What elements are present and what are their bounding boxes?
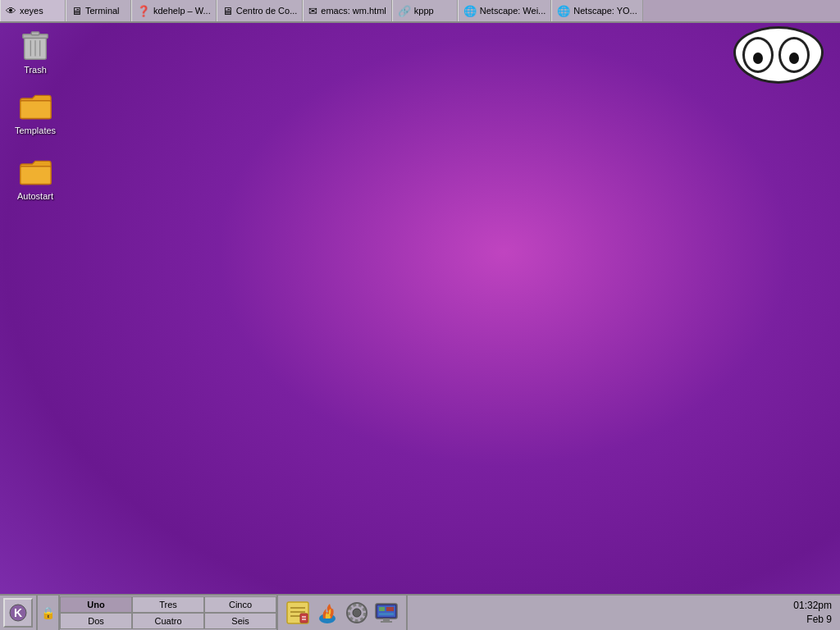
- taskbar-item-centro[interactable]: 🖥Centro de Co...: [217, 0, 304, 21]
- taskbar-item-netscape1[interactable]: 🌐Netscape: Wei...: [458, 0, 552, 21]
- trash-label: Trash: [22, 64, 48, 75]
- vdesk-seis[interactable]: Seis: [204, 613, 276, 629]
- start-area: K: [0, 596, 38, 630]
- taskbar-item-terminal[interactable]: 🖥Terminal: [66, 0, 131, 21]
- svg-rect-26: [386, 607, 394, 611]
- vdesk-cinco[interactable]: Cinco: [204, 596, 276, 613]
- svg-rect-2: [31, 32, 39, 35]
- system-tray: [278, 596, 408, 630]
- svg-rect-6: [21, 101, 51, 119]
- svg-rect-7: [21, 167, 51, 185]
- netscape1-taskbar-label: Netscape: Wei...: [480, 6, 546, 16]
- autostart-label: Autostart: [16, 190, 55, 202]
- trash-icon[interactable]: Trash: [7, 30, 64, 75]
- right-pupil: [789, 52, 799, 64]
- centro-taskbar-label: Centro de Co...: [236, 6, 298, 16]
- left-pupil: [753, 52, 763, 64]
- svg-rect-24: [381, 621, 392, 623]
- emacs-taskbar-label: emacs: wm.html: [321, 6, 386, 16]
- vdesk-uno[interactable]: Uno: [60, 596, 132, 613]
- netscape2-taskbar-label: Netscape: YO...: [573, 6, 637, 16]
- taskbar-bottom: K 🔒 UnoTresCincoDosCuatroSeis: [0, 594, 840, 630]
- right-eye: [778, 37, 810, 73]
- start-button[interactable]: K: [3, 598, 33, 628]
- clock-time: 01:32pm: [793, 599, 832, 613]
- svg-text:K: K: [14, 606, 22, 619]
- taskbar-item-kdehelp[interactable]: ❓kdehelp – W...: [131, 0, 217, 21]
- autostart-icon[interactable]: Autostart: [7, 156, 64, 202]
- kppp-taskbar-label: kppp: [414, 6, 434, 16]
- taskbar-top: 👁xeyes🖥Terminal❓kdehelp – W...🖥Centro de…: [0, 0, 840, 23]
- clock-date: Feb 9: [793, 613, 832, 627]
- taskbar-item-netscape2[interactable]: 🌐Netscape: YO...: [551, 0, 642, 21]
- terminal-taskbar-label: Terminal: [85, 6, 120, 16]
- kppp-taskbar-icon: 🔗: [398, 5, 411, 17]
- templates-label: Templates: [13, 125, 57, 136]
- templates-icon[interactable]: Templates: [7, 90, 64, 136]
- xeyes-widget[interactable]: [733, 26, 824, 100]
- emacs-taskbar-icon: ✉: [308, 5, 317, 17]
- lock-button[interactable]: 🔒: [41, 607, 55, 619]
- tray-notes-icon[interactable]: [285, 600, 311, 626]
- clock-area: 01:32pm Feb 9: [785, 599, 840, 627]
- svg-rect-23: [383, 619, 390, 621]
- virtual-desktops: UnoTresCincoDosCuatroSeis: [60, 596, 278, 630]
- svg-rect-14: [300, 614, 308, 623]
- tray-fire-icon[interactable]: [314, 600, 340, 626]
- vdesk-dos[interactable]: Dos: [60, 613, 132, 629]
- svg-rect-27: [379, 613, 394, 615]
- xeyes-taskbar-icon: 👁: [6, 5, 16, 17]
- taskbar-item-emacs[interactable]: ✉emacs: wm.html: [303, 0, 391, 21]
- netscape1-taskbar-icon: 🌐: [463, 5, 477, 17]
- xeyes-taskbar-label: xeyes: [20, 6, 43, 16]
- tray-gear-icon[interactable]: [344, 600, 370, 626]
- kdehelp-taskbar-icon: ❓: [137, 5, 150, 17]
- tray-display-icon[interactable]: [373, 600, 399, 626]
- centro-taskbar-icon: 🖥: [222, 5, 233, 17]
- svg-rect-25: [379, 607, 385, 611]
- netscape2-taskbar-icon: 🌐: [557, 5, 570, 17]
- lock-area: 🔒: [38, 596, 60, 630]
- terminal-taskbar-icon: 🖥: [71, 5, 82, 17]
- taskbar-item-xeyes[interactable]: 👁xeyes: [0, 0, 66, 21]
- left-eye: [742, 37, 774, 73]
- taskbar-item-kppp[interactable]: 🔗kppp: [392, 0, 458, 21]
- kdehelp-taskbar-label: kdehelp – W...: [153, 6, 211, 16]
- desktop: 👁xeyes🖥Terminal❓kdehelp – W...🖥Centro de…: [0, 0, 840, 630]
- svg-point-18: [353, 609, 361, 617]
- vdesk-cuatro[interactable]: Cuatro: [132, 613, 204, 629]
- vdesk-tres[interactable]: Tres: [132, 596, 204, 613]
